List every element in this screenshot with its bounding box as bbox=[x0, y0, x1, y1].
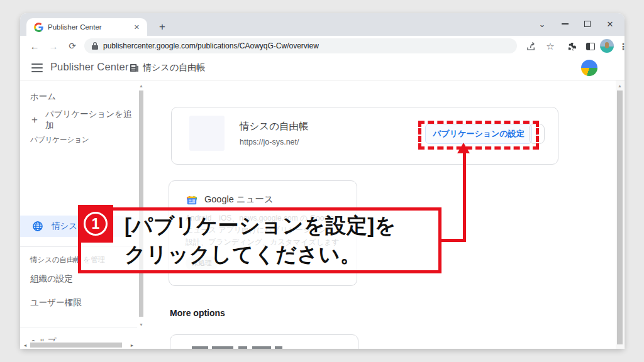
publication-switcher-label: 情シスの自由帳 bbox=[143, 62, 205, 74]
publication-thumbnail bbox=[189, 116, 225, 151]
app-header: Publisher Center 情シスの自由帳 bbox=[20, 55, 625, 80]
sidebar-org-settings-label: 組織の設定 bbox=[30, 273, 73, 285]
tab-close-icon[interactable]: ✕ bbox=[131, 22, 142, 33]
scroll-right-icon[interactable]: ► bbox=[128, 341, 136, 349]
clipped-text-fragment bbox=[238, 346, 247, 349]
minimize-button[interactable] bbox=[553, 13, 577, 35]
tab-strip: Publisher Center ✕ + ⌄ ✕ bbox=[20, 13, 625, 36]
plus-icon: + bbox=[31, 114, 38, 126]
sidebar-item-user-permissions[interactable]: ユーザー権限 bbox=[20, 296, 137, 310]
google-news-card-title: Google ニュース bbox=[204, 194, 274, 206]
sidebar-user-permissions-label: ユーザー権限 bbox=[30, 297, 82, 309]
sidebar-add-publication-label: パブリケーションを追加 bbox=[45, 109, 137, 131]
annotation-line1: [パブリケーションを設定]を bbox=[125, 211, 396, 240]
annotation-text: [パブリケーションを設定]を クリックしてください。 bbox=[125, 211, 396, 269]
side-panel-icon[interactable] bbox=[582, 38, 599, 55]
tab-title: Publisher Center bbox=[48, 23, 131, 31]
publication-title: 情シスの自由帳 bbox=[240, 120, 309, 133]
sidebar-hscrollbar-thumb[interactable] bbox=[30, 343, 122, 348]
page-scrollbar-thumb[interactable] bbox=[617, 90, 623, 344]
annotation-step-badge: 1 bbox=[78, 205, 113, 243]
annotation-arrow-head bbox=[457, 143, 470, 153]
app-title: Publisher Center bbox=[50, 61, 129, 73]
share-icon[interactable] bbox=[523, 38, 540, 55]
sidebar-item-home[interactable]: ホーム bbox=[20, 90, 137, 104]
sidebar-horizontal-scrollbar[interactable]: ◄ ► bbox=[20, 341, 145, 349]
publication-icon bbox=[130, 63, 139, 72]
sidebar-item-add-publication[interactable]: + パブリケーションを追加 bbox=[20, 113, 137, 127]
globe-icon bbox=[33, 221, 43, 231]
annotation-callout-box: [パブリケーションを設定]を クリックしてください。 bbox=[78, 207, 441, 273]
address-bar[interactable]: publishercenter.google.com/publications/… bbox=[84, 38, 517, 53]
annotation-line2: クリックしてください。 bbox=[125, 240, 396, 269]
account-avatar[interactable] bbox=[581, 60, 597, 76]
window-close-button[interactable]: ✕ bbox=[598, 13, 622, 35]
publication-card: 情シスの自由帳 https://jo-sys.net/ パブリケーションの設定 … bbox=[171, 107, 558, 165]
clipped-text-fragment bbox=[275, 346, 282, 349]
annotation-arrow-connector bbox=[440, 239, 466, 242]
clipped-text-fragment bbox=[192, 346, 208, 349]
partial-card[interactable] bbox=[170, 334, 358, 349]
sidebar-divider bbox=[20, 327, 137, 327]
forward-button[interactable]: → bbox=[45, 38, 62, 54]
bookmark-star-icon[interactable]: ☆ bbox=[542, 38, 558, 55]
url-text: publishercenter.google.com/publications/… bbox=[103, 41, 319, 50]
google-favicon-icon bbox=[34, 23, 43, 32]
more-options-heading: More options bbox=[170, 308, 225, 318]
new-tab-button[interactable]: + bbox=[155, 19, 170, 35]
clipped-text-fragment bbox=[252, 346, 271, 349]
sidebar-home-label: ホーム bbox=[30, 91, 56, 102]
reload-button[interactable]: ⟳ bbox=[64, 38, 80, 54]
maximize-button[interactable] bbox=[575, 13, 599, 35]
browser-window: Publisher Center ✕ + ⌄ ✕ ← → ⟳ publisher… bbox=[20, 13, 625, 349]
browser-tab[interactable]: Publisher Center ✕ bbox=[26, 18, 147, 36]
sidebar-section-publications: パブリケーション bbox=[20, 134, 137, 145]
scroll-left-icon[interactable]: ◄ bbox=[21, 341, 29, 349]
hamburger-menu-icon[interactable] bbox=[31, 63, 43, 72]
profile-avatar[interactable] bbox=[600, 39, 614, 53]
sidebar-section-publications-label: パブリケーション bbox=[30, 135, 89, 145]
back-button[interactable]: ← bbox=[26, 38, 43, 54]
scroll-up-icon[interactable]: ▲ bbox=[616, 82, 623, 89]
publication-switcher[interactable]: 情シスの自由帳 bbox=[130, 62, 205, 74]
publication-url: https://jo-sys.net/ bbox=[240, 138, 309, 146]
scroll-up-icon[interactable]: ▲ bbox=[138, 82, 145, 89]
clipped-text-fragment bbox=[212, 346, 233, 349]
sidebar-vertical-scrollbar[interactable]: ▲ ▼ bbox=[138, 80, 145, 332]
lock-icon[interactable] bbox=[92, 42, 98, 50]
annotation-step-number: 1 bbox=[84, 212, 108, 236]
browser-toolbar: ← → ⟳ publishercenter.google.com/publica… bbox=[20, 36, 625, 55]
sidebar-scrollbar-thumb[interactable] bbox=[139, 90, 143, 317]
annotation-dashed-highlight bbox=[418, 121, 539, 150]
tab-search-chevron-icon[interactable]: ⌄ bbox=[530, 13, 554, 35]
extensions-puzzle-icon[interactable] bbox=[564, 38, 580, 55]
annotation-arrow-line bbox=[463, 153, 466, 242]
page-vertical-scrollbar[interactable]: ▲ bbox=[616, 80, 624, 349]
scroll-down-icon[interactable]: ▼ bbox=[138, 321, 145, 328]
browser-menu-icon[interactable]: ⋮ bbox=[615, 38, 631, 55]
google-news-icon bbox=[186, 194, 198, 206]
sidebar-item-org-settings[interactable]: 組織の設定 bbox=[20, 272, 137, 286]
